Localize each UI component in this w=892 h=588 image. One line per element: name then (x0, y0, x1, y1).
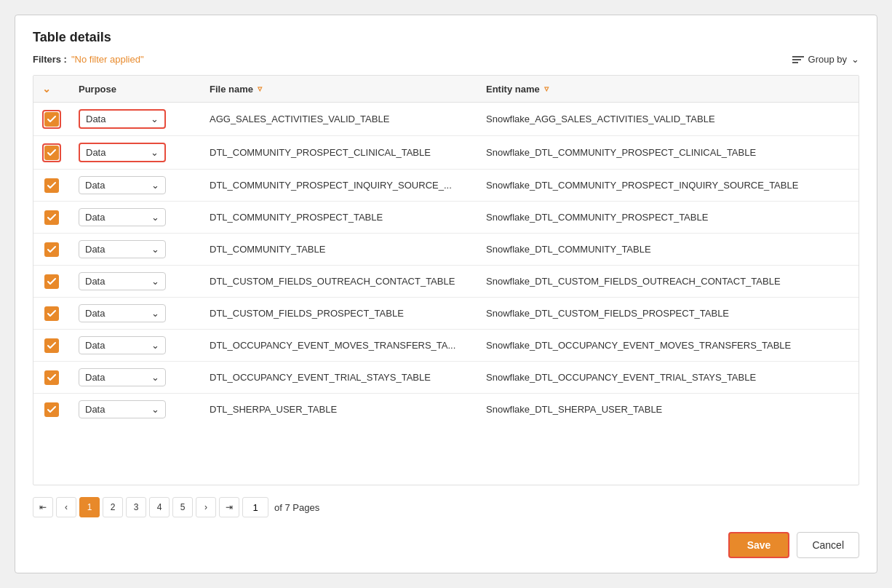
page-prev-button[interactable]: ‹ (56, 497, 76, 517)
table-body: Data⌄AGG_SALES_ACTIVITIES_VALID_TABLESno… (33, 103, 859, 426)
filters-value: "No filter applied" (71, 54, 144, 65)
row-checkbox[interactable] (44, 338, 59, 353)
purpose-select[interactable]: Data⌄ (79, 368, 166, 386)
row-checkbox[interactable] (44, 274, 59, 289)
row-checkbox[interactable] (44, 370, 59, 385)
checkbox-cell (33, 234, 70, 266)
entityname-cell: Snowflake_DTL_COMMUNITY_TABLE (477, 234, 859, 266)
footer-actions: Save Cancel (33, 532, 859, 558)
data-table: ⌄ Purpose File name ▿ Entity name (33, 76, 859, 425)
chevron-down-icon: ⌄ (151, 340, 159, 351)
purpose-select[interactable]: Data⌄ (79, 400, 166, 418)
page-4-button[interactable]: 4 (149, 497, 170, 517)
page-input[interactable] (242, 497, 268, 517)
table-row: Data⌄DTL_COMMUNITY_PROSPECT_CLINICAL_TAB… (33, 136, 859, 170)
purpose-select[interactable]: Data⌄ (79, 240, 166, 258)
purpose-cell: Data⌄ (70, 170, 201, 202)
page-5-button[interactable]: 5 (172, 497, 193, 517)
table-row: Data⌄DTL_COMMUNITY_TABLESnowflake_DTL_CO… (33, 234, 859, 266)
table-row: Data⌄DTL_CUSTOM_FIELDS_PROSPECT_TABLESno… (33, 298, 859, 330)
checkbox-cell (33, 202, 70, 234)
chevron-down-icon: ⌄ (851, 54, 859, 65)
chevron-down-icon: ⌄ (151, 212, 159, 223)
entityname-cell: Snowflake_DTL_CUSTOM_FIELDS_OUTREACH_CON… (477, 266, 859, 298)
row-checkbox[interactable] (44, 112, 59, 127)
purpose-select[interactable]: Data⌄ (79, 208, 166, 226)
row-checkbox[interactable] (44, 178, 59, 193)
entityname-cell: Snowflake_AGG_SALES_ACTIVITIES_VALID_TAB… (477, 103, 859, 136)
purpose-cell: Data⌄ (70, 394, 201, 426)
purpose-cell: Data⌄ (70, 298, 201, 330)
checkbox-wrapper (42, 110, 61, 129)
checkbox-cell (33, 170, 70, 202)
page-last-button[interactable]: ⇥ (219, 497, 239, 517)
chevron-down-icon: ⌄ (151, 308, 159, 319)
cancel-button[interactable]: Cancel (797, 532, 859, 558)
checkbox-cell (33, 298, 70, 330)
row-checkbox[interactable] (44, 210, 59, 225)
row-checkbox[interactable] (44, 306, 59, 321)
chevron-down-icon: ⌄ (151, 147, 159, 158)
filename-filter-icon[interactable]: ▿ (258, 84, 262, 94)
filename-cell: DTL_COMMUNITY_PROSPECT_CLINICAL_TABLE (201, 136, 477, 170)
purpose-select[interactable]: Data⌄ (79, 109, 166, 129)
filename-cell: DTL_CUSTOM_FIELDS_PROSPECT_TABLE (201, 298, 477, 330)
col-header-checkbox: ⌄ (33, 76, 70, 103)
purpose-select[interactable]: Data⌄ (79, 176, 166, 194)
group-by-button[interactable]: Group by ⌄ (792, 54, 859, 65)
save-button[interactable]: Save (728, 532, 790, 558)
purpose-cell: Data⌄ (70, 234, 201, 266)
filter-left: Filters : "No filter applied" (33, 54, 144, 65)
pagination: ⇤ ‹ 1 2 3 4 5 › ⇥ of 7 Pages (33, 497, 859, 517)
purpose-cell: Data⌄ (70, 362, 201, 394)
row-checkbox[interactable] (44, 402, 59, 417)
checkbox-wrapper (42, 306, 61, 321)
table-header-row: ⌄ Purpose File name ▿ Entity name (33, 76, 859, 103)
filename-cell: AGG_SALES_ACTIVITIES_VALID_TABLE (201, 103, 477, 136)
checkbox-wrapper (42, 210, 61, 225)
group-by-label: Group by (808, 54, 847, 65)
filter-bar: Filters : "No filter applied" Group by ⌄ (33, 54, 859, 65)
page-3-button[interactable]: 3 (126, 497, 146, 517)
row-checkbox[interactable] (44, 242, 59, 257)
checkbox-cell (33, 362, 70, 394)
chevron-down-icon: ⌄ (151, 404, 159, 415)
row-checkbox[interactable] (44, 146, 59, 160)
col-header-purpose: Purpose (70, 76, 201, 103)
purpose-select[interactable]: Data⌄ (79, 143, 166, 162)
checkbox-wrapper (42, 242, 61, 257)
checkbox-cell (33, 266, 70, 298)
page-2-button[interactable]: 2 (103, 497, 123, 517)
checkbox-cell (33, 136, 70, 170)
page-next-button[interactable]: › (196, 497, 216, 517)
table-row: Data⌄DTL_COMMUNITY_PROSPECT_INQUIRY_SOUR… (33, 170, 859, 202)
page-first-button[interactable]: ⇤ (33, 497, 53, 517)
chevron-down-icon: ⌄ (151, 114, 159, 124)
table-container: ⌄ Purpose File name ▿ Entity name (33, 75, 859, 485)
collapse-icon[interactable]: ⌄ (42, 83, 51, 95)
filename-cell: DTL_OCCUPANCY_EVENT_MOVES_TRANSFERS_TA..… (201, 330, 477, 362)
checkbox-wrapper (42, 274, 61, 289)
table-row: Data⌄DTL_OCCUPANCY_EVENT_MOVES_TRANSFERS… (33, 330, 859, 362)
purpose-cell: Data⌄ (70, 330, 201, 362)
entityname-cell: Snowflake_DTL_COMMUNITY_PROSPECT_INQUIRY… (477, 170, 859, 202)
chevron-down-icon: ⌄ (151, 244, 159, 255)
purpose-cell: Data⌄ (70, 266, 201, 298)
filename-cell: DTL_CUSTOM_FIELDS_OUTREACH_CONTACT_TABLE (201, 266, 477, 298)
entityname-cell: Snowflake_DTL_COMMUNITY_PROSPECT_TABLE (477, 202, 859, 234)
table-row: Data⌄DTL_CUSTOM_FIELDS_OUTREACH_CONTACT_… (33, 266, 859, 298)
purpose-select[interactable]: Data⌄ (79, 272, 166, 290)
filename-cell: DTL_SHERPA_USER_TABLE (201, 394, 477, 426)
purpose-select[interactable]: Data⌄ (79, 304, 166, 322)
page-1-button[interactable]: 1 (79, 497, 100, 517)
purpose-select[interactable]: Data⌄ (79, 336, 166, 354)
entityname-filter-icon[interactable]: ▿ (544, 84, 549, 94)
chevron-down-icon: ⌄ (151, 180, 159, 191)
filters-label: Filters : (33, 54, 67, 65)
checkbox-cell (33, 330, 70, 362)
purpose-cell: Data⌄ (70, 202, 201, 234)
modal-container: Table details Filters : "No filter appli… (15, 15, 877, 573)
checkbox-wrapper (42, 178, 61, 193)
checkbox-wrapper (42, 370, 61, 385)
group-by-icon (792, 56, 804, 63)
